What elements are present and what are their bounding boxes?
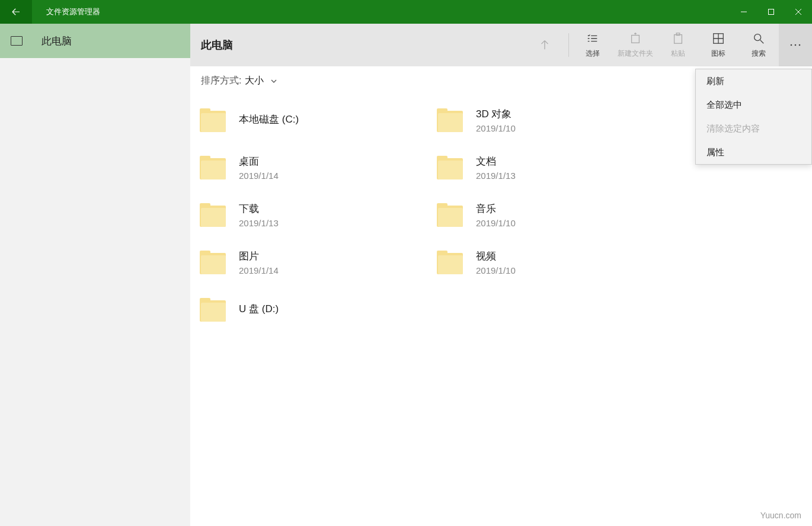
svg-point-7: [795, 44, 797, 46]
menu-select-all[interactable]: 全部选中: [696, 93, 811, 117]
folder-icon: [437, 108, 463, 132]
ellipsis-icon: [789, 43, 801, 47]
new-folder-button: 新建文件夹: [613, 24, 658, 66]
menu-clear-selection: 清除选定内容: [696, 117, 811, 140]
close-button[interactable]: [785, 0, 812, 24]
toolbar: 此电脑 选择 新建文件夹 粘贴 图标: [190, 24, 812, 66]
chevron-down-icon: [270, 77, 278, 85]
folder-icon: [200, 251, 226, 274]
folder-icon: [437, 251, 463, 274]
svg-point-6: [791, 44, 792, 46]
folder-icon: [200, 156, 226, 179]
sort-prefix: 排序方式:: [201, 75, 241, 87]
app-title: 文件资源管理器: [46, 7, 100, 17]
search-icon: [752, 32, 765, 45]
folder-icon: [200, 203, 226, 227]
svg-rect-0: [769, 9, 774, 15]
minimize-button[interactable]: [730, 0, 757, 24]
menu-refresh[interactable]: 刷新: [696, 69, 811, 93]
folder-item[interactable]: 桌面2019/1/14: [195, 144, 432, 191]
arrow-left-icon: [11, 7, 21, 17]
folder-icon: [437, 156, 463, 179]
minimize-icon: [740, 8, 747, 15]
folder-item[interactable]: U 盘 (D:): [195, 286, 432, 333]
new-folder-icon: [629, 32, 642, 45]
arrow-up-icon: [538, 39, 551, 52]
device-icon: [11, 36, 23, 46]
folder-item[interactable]: 本地磁盘 (C:): [195, 97, 432, 144]
folder-item[interactable]: 音乐2019/1/10: [432, 191, 669, 239]
up-button: [525, 24, 565, 66]
select-button[interactable]: 选择: [573, 24, 613, 66]
window-controls: [730, 0, 812, 24]
close-icon: [795, 8, 802, 15]
grid-icon: [712, 32, 725, 45]
folder-item[interactable]: 图片2019/1/14: [195, 239, 432, 286]
paste-button: 粘贴: [658, 24, 698, 66]
sidebar-item-this-pc[interactable]: 此电脑: [0, 24, 190, 58]
folder-item[interactable]: 下载2019/1/13: [195, 191, 432, 239]
folder-item[interactable]: 文档2019/1/13: [432, 144, 669, 191]
context-menu: 刷新 全部选中 清除选定内容 属性: [695, 69, 812, 165]
svg-rect-1: [632, 35, 640, 43]
maximize-button[interactable]: [757, 0, 785, 24]
folder-icon: [200, 108, 226, 132]
folder-icon: [200, 298, 226, 322]
search-button[interactable]: 搜索: [739, 24, 779, 66]
titlebar: 文件资源管理器: [0, 0, 812, 24]
paste-icon: [672, 32, 685, 45]
sidebar-item-label: 此电脑: [41, 34, 72, 48]
menu-properties[interactable]: 属性: [696, 140, 811, 164]
folder-item[interactable]: 3D 对象2019/1/10: [432, 97, 669, 144]
toolbar-separator: [568, 33, 569, 57]
select-icon: [586, 32, 599, 45]
folder-icon: [437, 203, 463, 227]
maximize-icon: [768, 8, 775, 15]
icons-button[interactable]: 图标: [698, 24, 739, 66]
location-title: 此电脑: [201, 38, 233, 52]
svg-rect-3: [676, 33, 680, 35]
back-button[interactable]: [0, 0, 32, 24]
svg-point-5: [755, 34, 761, 40]
sidebar: 此电脑: [0, 24, 190, 526]
more-button[interactable]: [779, 24, 812, 66]
sort-value: 大小: [245, 75, 264, 87]
svg-point-8: [799, 44, 801, 46]
watermark: Yuucn.com: [760, 511, 801, 520]
svg-rect-2: [674, 34, 682, 43]
folder-item[interactable]: 视频2019/1/10: [432, 239, 669, 286]
